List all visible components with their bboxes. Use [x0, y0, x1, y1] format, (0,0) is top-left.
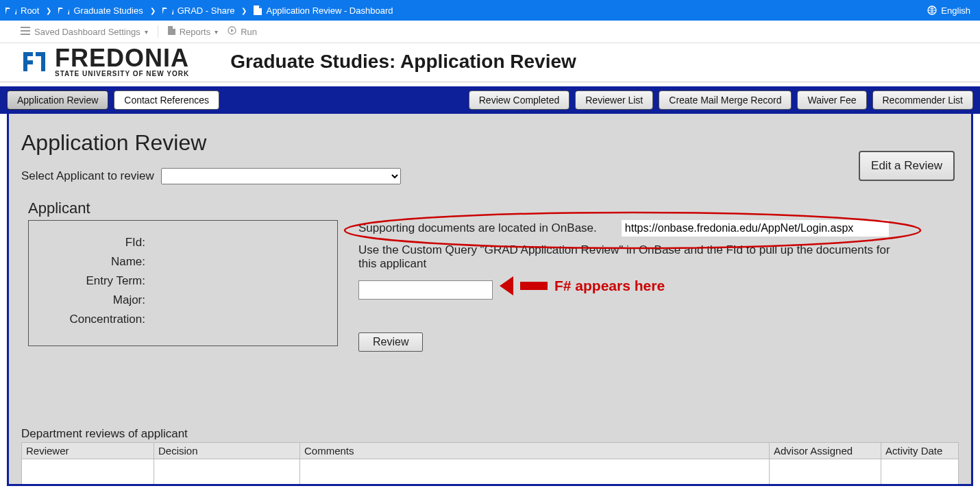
waiver-fee-button[interactable]: Waiver Fee	[797, 90, 866, 110]
breadcrumb: Root ❯ Graduate Studies ❯ GRAD - Share ❯…	[5, 5, 393, 16]
chevron-right-icon: ❯	[150, 7, 156, 14]
field-label-concentration: Concentration:	[36, 313, 145, 326]
applicant-heading: Applicant	[28, 199, 959, 217]
create-mail-merge-button[interactable]: Create Mail Merge Record	[659, 90, 792, 110]
chevron-right-icon: ❯	[46, 7, 51, 14]
crumb-grad-studies-label: Graduate Studies	[73, 5, 143, 16]
table-row	[22, 459, 959, 485]
logo-text: FREDONIA STATE UNIVERSITY OF NEW YORK	[55, 46, 189, 77]
crumb-root[interactable]: Root	[5, 5, 39, 16]
file-icon	[168, 26, 175, 37]
tab-application-review[interactable]: Application Review	[7, 90, 108, 110]
col-decision[interactable]: Decision	[154, 443, 300, 459]
crumb-grad-share[interactable]: GRAD - Share	[162, 5, 235, 16]
folder-open-icon	[162, 6, 173, 14]
col-advisor[interactable]: Advisor Assigned	[770, 443, 881, 459]
col-reviewer[interactable]: Reviewer	[22, 443, 154, 459]
reviews-table: Reviewer Decision Comments Advisor Assig…	[21, 442, 959, 484]
review-completed-button[interactable]: Review Completed	[469, 90, 570, 110]
folder-open-icon	[58, 6, 69, 14]
custom-query-instruction: Use the Custom Query "GRAD Application R…	[358, 243, 893, 271]
field-label-major: Major:	[36, 293, 145, 307]
section-title: Application Review	[21, 130, 959, 156]
applicant-select[interactable]	[161, 168, 401, 184]
annotation-text: F# appears here	[554, 278, 665, 294]
fredonia-logo: FREDONIA STATE UNIVERSITY OF NEW YORK	[21, 46, 189, 77]
fredonia-logo-icon	[21, 48, 48, 75]
table-header-row: Reviewer Decision Comments Advisor Assig…	[22, 443, 959, 459]
field-label-name: Name:	[36, 255, 145, 269]
crumb-grad-share-label: GRAD - Share	[177, 5, 235, 16]
page-title: Graduate Studies: Application Review	[230, 51, 576, 73]
saved-dashboard-settings-label: Saved Dashboard Settings	[34, 27, 140, 37]
reviews-section-title: Department reviews of applicant	[21, 427, 959, 441]
run-label: Run	[241, 27, 257, 37]
fid-input[interactable]	[358, 280, 493, 300]
applicant-info-box: FId: Name: Entry Term: Major: Concentrat…	[28, 220, 338, 346]
main-panel: Application Review Edit a Review Select …	[7, 114, 973, 486]
recommender-list-button[interactable]: Recommender List	[872, 90, 974, 110]
play-circle-icon	[228, 26, 236, 37]
logo-subtitle: STATE UNIVERSITY OF NEW YORK	[55, 71, 189, 77]
chevron-right-icon: ❯	[241, 7, 247, 14]
col-activity-date[interactable]: Activity Date	[881, 443, 959, 459]
folder-open-icon	[5, 6, 16, 14]
col-comments[interactable]: Comments	[300, 443, 770, 459]
globe-icon	[927, 5, 937, 15]
action-bar: Application Review Contact References Re…	[0, 86, 980, 114]
reports-dropdown[interactable]: Reports ▾	[168, 26, 219, 37]
crumb-grad-studies[interactable]: Graduate Studies	[58, 5, 143, 16]
select-applicant-row: Select Applicant to review	[21, 168, 959, 184]
select-applicant-label: Select Applicant to review	[21, 169, 154, 183]
review-button[interactable]: Review	[358, 332, 423, 352]
supporting-docs-column: Supporting documents are located in OnBa…	[358, 220, 959, 352]
settings-toolbar: Saved Dashboard Settings ▾ Reports ▾ Run	[0, 21, 980, 43]
breadcrumb-bar: Root ❯ Graduate Studies ❯ GRAD - Share ❯…	[0, 0, 980, 21]
logo-name: FREDONIA	[55, 46, 189, 71]
list-icon	[21, 27, 30, 37]
field-label-entry-term: Entry Term:	[36, 274, 145, 288]
reviewer-list-button[interactable]: Reviewer List	[575, 90, 653, 110]
saved-dashboard-settings[interactable]: Saved Dashboard Settings ▾	[21, 27, 148, 37]
annotation-arrow: F# appears here	[500, 276, 665, 295]
crumb-dashboard-label: Application Review - Dashboard	[266, 5, 393, 16]
arrow-left-icon	[500, 276, 513, 295]
supporting-docs-text: Supporting documents are located in OnBa…	[358, 221, 597, 235]
field-label-fid: FId:	[36, 236, 145, 250]
chevron-down-icon: ▾	[215, 28, 218, 36]
run-button[interactable]: Run	[228, 26, 257, 37]
onbase-url-field[interactable]	[622, 220, 889, 237]
tab-contact-references[interactable]: Contact References	[114, 90, 219, 110]
crumb-root-label: Root	[21, 5, 39, 16]
chevron-down-icon: ▾	[145, 28, 148, 36]
language-selector[interactable]: English	[927, 5, 975, 16]
edit-review-button[interactable]: Edit a Review	[859, 151, 955, 181]
separator	[158, 25, 158, 38]
page-header: FREDONIA STATE UNIVERSITY OF NEW YORK Gr…	[0, 43, 980, 82]
crumb-dashboard[interactable]: Application Review - Dashboard	[254, 5, 393, 16]
reports-label: Reports	[180, 27, 211, 37]
language-label: English	[941, 5, 970, 16]
file-icon	[254, 5, 262, 15]
